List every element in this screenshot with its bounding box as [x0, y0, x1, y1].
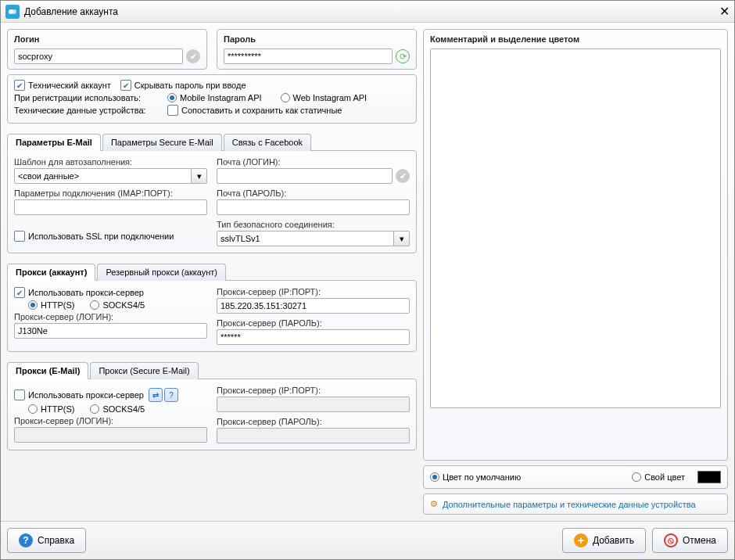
- gear-icon: ⚙: [430, 499, 438, 509]
- comment-panel: Комментарий и выделение цветом: [423, 29, 728, 461]
- proxy-email-server-input[interactable]: [217, 397, 410, 412]
- checkbox-icon: [120, 80, 131, 91]
- mail-login-label: Почта (ЛОГИН):: [217, 157, 410, 167]
- mail-pass-label: Почта (ПАРОЛЬ):: [217, 188, 410, 198]
- proxy-pass-input[interactable]: [217, 329, 410, 345]
- template-input[interactable]: [14, 168, 192, 184]
- registration-use-label: При регистрации использовать:: [14, 93, 163, 102]
- password-panel: Пароль ⟳: [217, 29, 417, 70]
- color-row: Цвет по умолчанию Свой цвет: [423, 465, 728, 489]
- checkbox-icon: [14, 389, 25, 400]
- comment-label: Комментарий и выделение цветом: [430, 34, 721, 44]
- proxy-email-login-label: Прокси-сервер (ЛОГИН):: [14, 416, 207, 425]
- plus-icon: +: [574, 533, 588, 547]
- proxy-email-http-radio[interactable]: HTTP(S): [28, 404, 74, 414]
- proxy-account-body: Использовать прокси-сервер HTTP(S) SOCKS…: [7, 280, 417, 352]
- tab-backup-proxy-account[interactable]: Резервный прокси (аккаунт): [97, 264, 226, 281]
- cancel-button[interactable]: ⦸ Отмена: [652, 528, 728, 553]
- proxy-email-body: Использовать прокси-сервер ⇄ ?: [7, 379, 417, 451]
- tab-email-params[interactable]: Параметры E-Mail: [7, 134, 101, 151]
- device-data-label: Технические данные устройства:: [14, 106, 163, 115]
- titlebar: Добавление аккаунта ✕: [1, 1, 734, 23]
- tab-proxy-account[interactable]: Прокси (аккаунт): [7, 264, 95, 281]
- radio-icon: [28, 404, 38, 414]
- svg-point-1: [12, 9, 16, 14]
- radio-icon: [90, 300, 99, 310]
- options-panel: Технический аккаунт Скрывать пароль при …: [7, 74, 417, 124]
- radio-icon: [632, 472, 641, 482]
- password-input[interactable]: [224, 48, 393, 64]
- checkbox-icon: [14, 231, 25, 242]
- dropdown-button[interactable]: ▾: [192, 168, 207, 184]
- mail-pass-input[interactable]: [217, 199, 410, 215]
- default-color-radio[interactable]: Цвет по умолчанию: [430, 472, 521, 482]
- imap-input[interactable]: [14, 199, 207, 215]
- email-tabs: Параметры E-Mail Параметры Secure E-Mail…: [7, 133, 417, 150]
- proxy-email-tabs: Прокси (E-Mail) Прокси (Secure E-Mail): [7, 361, 417, 379]
- mobile-api-radio[interactable]: Mobile Instagram API: [167, 93, 262, 102]
- extra-params-link[interactable]: ⚙ Дополнительные параметры и технические…: [423, 494, 728, 515]
- checkbox-icon: [14, 287, 25, 298]
- comment-textarea[interactable]: [430, 48, 721, 408]
- tab-proxy-email[interactable]: Прокси (E-Mail): [7, 362, 88, 379]
- secure-type-select[interactable]: [217, 231, 394, 246]
- checkbox-icon: [167, 105, 178, 116]
- proxy-server-label: Прокси-сервер (IP:ПОРТ):: [217, 287, 410, 296]
- add-button[interactable]: + Добавить: [562, 528, 646, 553]
- proxy-email-socks-radio[interactable]: SOCKS4/5: [90, 404, 145, 414]
- proxy-login-input[interactable]: [14, 323, 207, 339]
- hide-password-checkbox[interactable]: Скрывать пароль при вводе: [120, 80, 246, 91]
- use-ssl-checkbox[interactable]: Использовать SSL при подключении: [14, 231, 207, 242]
- check-icon: ✔: [186, 49, 200, 63]
- radio-icon: [90, 404, 99, 414]
- proxy-login-label: Прокси-сервер (ЛОГИН):: [14, 312, 207, 321]
- close-icon[interactable]: ✕: [719, 4, 730, 19]
- login-label: Логин: [14, 34, 200, 44]
- window-title: Добавление аккаунта: [24, 6, 118, 17]
- secure-type-label: Тип безопасного соединения:: [217, 220, 410, 229]
- mail-login-input[interactable]: [217, 168, 393, 184]
- proxy-server-input[interactable]: [217, 298, 410, 314]
- custom-color-radio[interactable]: Свой цвет: [632, 472, 685, 482]
- proxy-email-pass-input[interactable]: [217, 428, 410, 443]
- dropdown-button[interactable]: ▾: [394, 231, 410, 246]
- save-static-checkbox[interactable]: Сопоставить и сохранить как статичные: [167, 105, 342, 116]
- tech-account-checkbox[interactable]: Технический аккаунт: [14, 80, 111, 91]
- web-api-radio[interactable]: Web Instagram API: [281, 93, 368, 102]
- footer: ? Справка + Добавить ⦸ Отмена: [1, 521, 734, 559]
- radio-icon: [167, 93, 177, 102]
- template-label: Шаблон для автозаполнения:: [14, 157, 207, 167]
- cancel-icon: ⦸: [664, 533, 678, 547]
- tab-secure-email-params[interactable]: Параметры Secure E-Mail: [102, 134, 222, 151]
- proxy-email-server-label: Прокси-сервер (IP:ПОРТ):: [217, 386, 410, 395]
- proxy-pass-label: Прокси-сервер (ПАРОЛЬ):: [217, 318, 410, 328]
- help-icon: ?: [19, 533, 33, 547]
- use-proxy-email-checkbox[interactable]: Использовать прокси-сервер: [14, 389, 144, 400]
- tab-facebook-link[interactable]: Связь с Facebook: [224, 134, 311, 151]
- refresh-icon[interactable]: ⟳: [396, 49, 410, 63]
- color-swatch[interactable]: [697, 471, 721, 483]
- proxy-email-pass-label: Прокси-сервер (ПАРОЛЬ):: [217, 417, 410, 426]
- imap-label: Параметры подключения (IMAP:ПОРТ):: [14, 188, 207, 198]
- use-proxy-account-checkbox[interactable]: Использовать прокси-сервер: [14, 287, 207, 298]
- radio-icon: [281, 93, 290, 102]
- copy-from-account-icon[interactable]: ⇄: [149, 388, 163, 402]
- app-icon: [5, 5, 20, 19]
- help-proxy-icon[interactable]: ?: [164, 388, 178, 402]
- password-label: Пароль: [224, 34, 410, 44]
- proxy-http-radio[interactable]: HTTP(S): [28, 300, 74, 310]
- proxy-socks-radio[interactable]: SOCKS4/5: [90, 300, 145, 310]
- checkbox-icon: [14, 80, 25, 91]
- proxy-email-login-input[interactable]: [14, 427, 207, 443]
- proxy-account-tabs: Прокси (аккаунт) Резервный прокси (аккау…: [7, 263, 417, 280]
- email-tab-body: Шаблон для автозаполнения: ▾ Параметры п…: [7, 150, 417, 253]
- login-input[interactable]: [14, 48, 183, 64]
- radio-icon: [430, 472, 439, 482]
- login-panel: Логин ✔: [7, 29, 207, 70]
- check-icon: ✔: [396, 169, 410, 183]
- tab-proxy-secure-email[interactable]: Прокси (Secure E-Mail): [90, 362, 198, 379]
- radio-icon: [28, 300, 38, 310]
- help-button[interactable]: ? Справка: [7, 528, 86, 553]
